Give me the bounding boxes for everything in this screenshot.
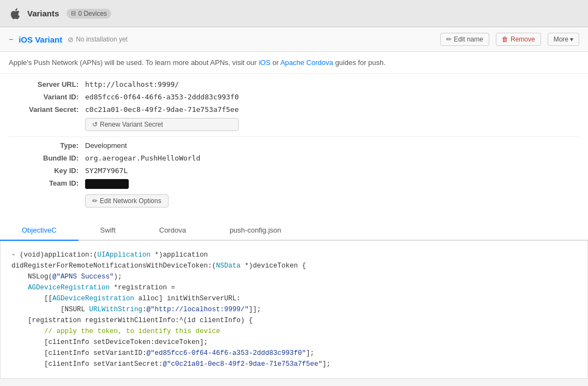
variant-secret-row: Variant Secret: c0c21a01-0ec8-49f2-9dae-…: [9, 105, 579, 131]
main-content: − iOS Variant ⊘ No installation yet ✏ Ed…: [0, 27, 588, 379]
variant-secret-label: Variant Secret:: [9, 105, 85, 114]
info-text-or: or: [271, 58, 280, 67]
code-line-5: AGDeviceRegistration *registration =: [11, 282, 577, 293]
devices-icon: ⊟: [71, 10, 76, 17]
edit-name-button[interactable]: ✏ Edit name: [440, 33, 489, 46]
edit-network-icon: ✏: [92, 197, 98, 205]
chevron-down-icon: ▾: [570, 35, 573, 43]
code-area: - (void)application:(UIApplication *)app…: [0, 241, 588, 379]
devices-badge: ⊟ 0 Devices: [67, 9, 111, 19]
bundle-id-row: Bundle ID: org.aerogear.PushHelloWorld: [9, 154, 579, 162]
key-id-row: Key ID: SY2M7Y967L: [9, 167, 579, 175]
code-line-7: [NSURL URLWithString:@"http://localhost:…: [11, 304, 577, 315]
more-label: More: [554, 35, 568, 43]
renew-icon: ↺: [92, 121, 98, 128]
collapse-icon[interactable]: −: [9, 35, 13, 44]
variant-header-right: ✏ Edit name 🗑 Remove More ▾: [440, 33, 579, 46]
code-line-12: [clientInfo setDeviceToken:deviceToken];: [11, 337, 577, 348]
code-line-6: [[AGDeviceRegistration alloc] initWithSe…: [11, 293, 577, 304]
type-label: Type:: [9, 141, 85, 150]
renew-secret-label: Renew Variant Secret: [100, 121, 163, 128]
edit-network-button[interactable]: ✏ Edit Network Options: [85, 194, 169, 207]
variant-header: − iOS Variant ⊘ No installation yet ✏ Ed…: [0, 27, 588, 52]
no-install-icon: ⊘: [68, 35, 74, 44]
code-line-14: [clientInfo setVariantID:@"ed85fcc6-0f64…: [11, 348, 577, 359]
edit-name-label: Edit name: [454, 35, 483, 43]
code-line-3: NSLog(@"APNS Success");: [11, 271, 577, 282]
variant-header-left: − iOS Variant ⊘ No installation yet: [9, 35, 128, 44]
team-id-value: [85, 179, 129, 189]
server-url-label: Server URL:: [9, 80, 85, 88]
variant-name[interactable]: iOS Variant: [19, 35, 62, 44]
variant-id-value: ed85fcc6-0f64-46f6-a353-2ddd83c993f0: [85, 93, 239, 101]
team-id-label: Team ID:: [9, 179, 85, 187]
code-line-2: didRegisterForRemoteNotificationsWithDev…: [11, 260, 577, 271]
variant-id-row: Variant ID: ed85fcc6-0f64-46f6-a353-2ddd…: [9, 93, 579, 101]
tab-push-config[interactable]: push-config.json: [208, 221, 303, 241]
ios-link[interactable]: iOS: [259, 58, 271, 67]
code-line-1: - (void)application:(UIApplication *)app…: [11, 250, 577, 260]
devices-label: 0 Devices: [78, 10, 107, 17]
edit-network-row: ✏ Edit Network Options: [9, 193, 579, 207]
key-id-value: SY2M7Y967L: [85, 167, 128, 175]
app-title: Variants: [27, 9, 59, 18]
code-line-11: // apply the token, to identify this dev…: [11, 326, 577, 337]
top-bar: Variants ⊟ 0 Devices: [0, 0, 588, 27]
apple-logo-icon: [9, 7, 22, 20]
tab-swift[interactable]: Swift: [79, 221, 137, 241]
details-grid: Server URL: http://localhost:9999/ Varia…: [0, 74, 588, 215]
variant-secret-area: c0c21a01-0ec8-49f2-9dae-71e753a7f5ee ↺ R…: [85, 105, 239, 131]
edit-network-label: Edit Network Options: [100, 197, 161, 205]
more-button[interactable]: More ▾: [548, 33, 579, 46]
bundle-id-label: Bundle ID:: [9, 154, 85, 162]
pencil-icon: ✏: [446, 35, 452, 43]
team-id-row: Team ID:: [9, 179, 579, 189]
code-line-9: [registration registerWithClientInfo:^(i…: [11, 315, 577, 326]
tabs-bar: ObjectiveC Swift Cordova push-config.jso…: [0, 221, 588, 241]
tab-cordova[interactable]: Cordova: [137, 221, 208, 241]
trash-icon: 🗑: [502, 35, 508, 43]
remove-label: Remove: [511, 35, 535, 43]
tab-objectivec[interactable]: ObjectiveC: [0, 221, 79, 241]
remove-button[interactable]: 🗑 Remove: [496, 33, 541, 46]
key-id-label: Key ID:: [9, 167, 85, 175]
variant-secret-value: c0c21a01-0ec8-49f2-9dae-71e753a7f5ee: [85, 105, 239, 114]
info-text-end: guides for push.: [333, 58, 386, 67]
variant-id-label: Variant ID:: [9, 93, 85, 101]
no-install-label: No installation yet: [76, 35, 128, 43]
info-text: Apple's Push Network (APNs) will be used…: [0, 52, 588, 74]
cordova-link[interactable]: Apache Cordova: [280, 58, 333, 67]
type-row: Type: Development: [9, 141, 579, 150]
bundle-id-value: org.aerogear.PushHelloWorld: [85, 154, 200, 162]
section-divider: [9, 136, 579, 137]
info-text-part1: Apple's Push Network (APNs) will be used…: [9, 58, 259, 67]
renew-secret-button[interactable]: ↺ Renew Variant Secret: [85, 118, 239, 131]
server-url-value: http://localhost:9999/: [85, 80, 179, 88]
type-value: Development: [85, 141, 127, 150]
server-url-row: Server URL: http://localhost:9999/: [9, 80, 579, 88]
code-line-15: [clientInfo setVariantSecret:@"c0c21a01-…: [11, 359, 577, 370]
no-install-badge: ⊘ No installation yet: [68, 35, 128, 44]
